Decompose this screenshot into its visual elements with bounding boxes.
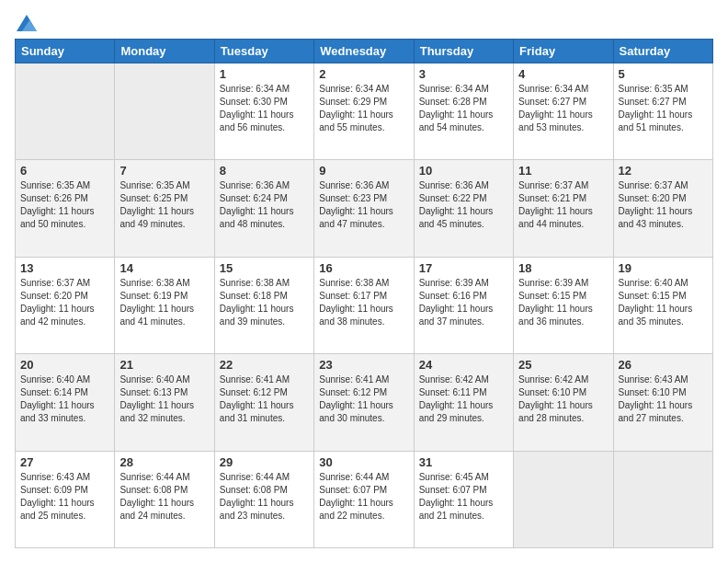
day-number: 19 [619, 261, 708, 275]
day-number: 29 [220, 455, 309, 469]
calendar-header-row: SundayMondayTuesdayWednesdayThursdayFrid… [16, 40, 713, 63]
calendar-cell [115, 63, 214, 160]
calendar-cell: 3Sunrise: 6:34 AMSunset: 6:28 PMDaylight… [414, 63, 513, 160]
day-detail: Sunrise: 6:38 AMSunset: 6:19 PMDaylight:… [119, 277, 209, 328]
day-of-week-friday: Friday [514, 40, 613, 63]
calendar-cell [514, 451, 613, 547]
day-detail: Sunrise: 6:37 AMSunset: 6:20 PMDaylight:… [619, 179, 708, 231]
header [15, 15, 713, 29]
day-detail: Sunrise: 6:36 AMSunset: 6:23 PMDaylight:… [319, 179, 408, 231]
day-of-week-saturday: Saturday [613, 40, 712, 63]
day-number: 26 [619, 358, 708, 372]
calendar-cell: 2Sunrise: 6:34 AMSunset: 6:29 PMDaylight… [314, 63, 414, 160]
calendar-cell: 21Sunrise: 6:40 AMSunset: 6:13 PMDayligh… [115, 354, 214, 451]
day-number: 7 [119, 164, 209, 178]
calendar-cell: 5Sunrise: 6:35 AMSunset: 6:27 PMDaylight… [613, 63, 712, 160]
day-number: 13 [20, 261, 109, 275]
day-number: 6 [20, 164, 109, 178]
day-number: 5 [619, 67, 708, 81]
day-number: 9 [319, 164, 408, 178]
day-number: 1 [220, 67, 309, 81]
week-row-3: 13Sunrise: 6:37 AMSunset: 6:20 PMDayligh… [16, 257, 713, 353]
day-detail: Sunrise: 6:34 AMSunset: 6:29 PMDaylight:… [319, 83, 408, 134]
day-of-week-wednesday: Wednesday [314, 40, 414, 63]
day-number: 3 [419, 67, 508, 81]
calendar-cell: 13Sunrise: 6:37 AMSunset: 6:20 PMDayligh… [16, 257, 115, 353]
day-detail: Sunrise: 6:35 AMSunset: 6:27 PMDaylight:… [619, 83, 708, 134]
page: SundayMondayTuesdayWednesdayThursdayFrid… [0, 0, 728, 563]
day-of-week-sunday: Sunday [16, 40, 115, 63]
calendar-cell: 31Sunrise: 6:45 AMSunset: 6:07 PMDayligh… [414, 451, 513, 547]
day-number: 30 [319, 455, 408, 469]
calendar-cell: 15Sunrise: 6:38 AMSunset: 6:18 PMDayligh… [214, 257, 313, 353]
calendar-cell: 29Sunrise: 6:44 AMSunset: 6:08 PMDayligh… [214, 451, 313, 547]
day-number: 31 [419, 455, 508, 469]
day-detail: Sunrise: 6:40 AMSunset: 6:15 PMDaylight:… [619, 277, 708, 328]
day-number: 4 [518, 67, 608, 81]
day-detail: Sunrise: 6:37 AMSunset: 6:21 PMDaylight:… [518, 179, 608, 231]
calendar-cell: 30Sunrise: 6:44 AMSunset: 6:07 PMDayligh… [314, 451, 414, 547]
calendar-cell: 7Sunrise: 6:35 AMSunset: 6:25 PMDaylight… [115, 160, 214, 257]
day-detail: Sunrise: 6:40 AMSunset: 6:13 PMDaylight:… [119, 373, 209, 425]
logo-icon [17, 15, 37, 31]
calendar-cell: 11Sunrise: 6:37 AMSunset: 6:21 PMDayligh… [514, 160, 613, 257]
calendar-cell: 9Sunrise: 6:36 AMSunset: 6:23 PMDaylight… [314, 160, 414, 257]
calendar-cell: 20Sunrise: 6:40 AMSunset: 6:14 PMDayligh… [16, 354, 115, 451]
calendar-cell: 19Sunrise: 6:40 AMSunset: 6:15 PMDayligh… [613, 257, 712, 353]
day-number: 14 [119, 261, 209, 275]
calendar-cell: 8Sunrise: 6:36 AMSunset: 6:24 PMDaylight… [214, 160, 313, 257]
day-number: 17 [419, 261, 508, 275]
day-detail: Sunrise: 6:39 AMSunset: 6:16 PMDaylight:… [419, 277, 508, 328]
day-detail: Sunrise: 6:44 AMSunset: 6:08 PMDaylight:… [119, 471, 209, 523]
calendar-cell: 27Sunrise: 6:43 AMSunset: 6:09 PMDayligh… [16, 451, 115, 547]
calendar-cell: 17Sunrise: 6:39 AMSunset: 6:16 PMDayligh… [414, 257, 513, 353]
day-detail: Sunrise: 6:34 AMSunset: 6:30 PMDaylight:… [220, 83, 309, 134]
day-of-week-thursday: Thursday [414, 40, 513, 63]
calendar-cell: 16Sunrise: 6:38 AMSunset: 6:17 PMDayligh… [314, 257, 414, 353]
day-detail: Sunrise: 6:35 AMSunset: 6:25 PMDaylight:… [119, 179, 209, 231]
calendar-cell: 10Sunrise: 6:36 AMSunset: 6:22 PMDayligh… [414, 160, 513, 257]
week-row-2: 6Sunrise: 6:35 AMSunset: 6:26 PMDaylight… [16, 160, 713, 257]
day-detail: Sunrise: 6:37 AMSunset: 6:20 PMDaylight:… [20, 277, 109, 328]
day-number: 15 [220, 261, 309, 275]
calendar-cell: 12Sunrise: 6:37 AMSunset: 6:20 PMDayligh… [613, 160, 712, 257]
calendar-cell: 25Sunrise: 6:42 AMSunset: 6:10 PMDayligh… [514, 354, 613, 451]
calendar-cell: 22Sunrise: 6:41 AMSunset: 6:12 PMDayligh… [214, 354, 313, 451]
day-detail: Sunrise: 6:42 AMSunset: 6:11 PMDaylight:… [419, 373, 508, 425]
day-detail: Sunrise: 6:44 AMSunset: 6:08 PMDaylight:… [220, 471, 309, 523]
day-detail: Sunrise: 6:42 AMSunset: 6:10 PMDaylight:… [518, 373, 608, 425]
day-number: 22 [220, 358, 309, 372]
calendar-cell: 28Sunrise: 6:44 AMSunset: 6:08 PMDayligh… [115, 451, 214, 547]
day-detail: Sunrise: 6:43 AMSunset: 6:10 PMDaylight:… [619, 373, 708, 425]
day-detail: Sunrise: 6:36 AMSunset: 6:24 PMDaylight:… [220, 179, 309, 231]
day-number: 24 [419, 358, 508, 372]
day-detail: Sunrise: 6:41 AMSunset: 6:12 PMDaylight:… [220, 373, 309, 425]
day-number: 27 [20, 455, 109, 469]
calendar-cell [613, 451, 712, 547]
day-detail: Sunrise: 6:35 AMSunset: 6:26 PMDaylight:… [20, 179, 109, 231]
day-detail: Sunrise: 6:34 AMSunset: 6:27 PMDaylight:… [518, 83, 608, 134]
day-detail: Sunrise: 6:36 AMSunset: 6:22 PMDaylight:… [419, 179, 508, 231]
day-number: 2 [319, 67, 408, 81]
calendar: SundayMondayTuesdayWednesdayThursdayFrid… [15, 39, 713, 548]
day-number: 28 [119, 455, 209, 469]
calendar-cell: 4Sunrise: 6:34 AMSunset: 6:27 PMDaylight… [514, 63, 613, 160]
day-detail: Sunrise: 6:38 AMSunset: 6:17 PMDaylight:… [319, 277, 408, 328]
calendar-cell: 18Sunrise: 6:39 AMSunset: 6:15 PMDayligh… [514, 257, 613, 353]
day-detail: Sunrise: 6:34 AMSunset: 6:28 PMDaylight:… [419, 83, 508, 134]
day-of-week-tuesday: Tuesday [214, 40, 313, 63]
calendar-cell: 26Sunrise: 6:43 AMSunset: 6:10 PMDayligh… [613, 354, 712, 451]
calendar-cell: 24Sunrise: 6:42 AMSunset: 6:11 PMDayligh… [414, 354, 513, 451]
day-detail: Sunrise: 6:39 AMSunset: 6:15 PMDaylight:… [518, 277, 608, 328]
day-number: 10 [419, 164, 508, 178]
day-detail: Sunrise: 6:44 AMSunset: 6:07 PMDaylight:… [319, 471, 408, 523]
day-detail: Sunrise: 6:45 AMSunset: 6:07 PMDaylight:… [419, 471, 508, 523]
day-number: 25 [518, 358, 608, 372]
day-number: 18 [518, 261, 608, 275]
day-number: 20 [20, 358, 109, 372]
day-detail: Sunrise: 6:38 AMSunset: 6:18 PMDaylight:… [220, 277, 309, 328]
calendar-cell: 1Sunrise: 6:34 AMSunset: 6:30 PMDaylight… [214, 63, 313, 160]
day-number: 21 [119, 358, 209, 372]
week-row-1: 1Sunrise: 6:34 AMSunset: 6:30 PMDaylight… [16, 63, 713, 160]
day-detail: Sunrise: 6:40 AMSunset: 6:14 PMDaylight:… [20, 373, 109, 425]
